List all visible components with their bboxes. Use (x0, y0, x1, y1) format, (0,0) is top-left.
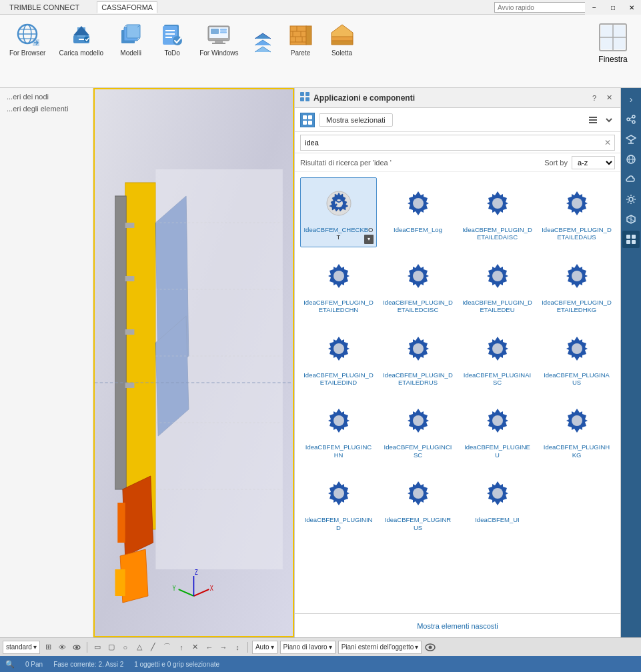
ribbon-modelli[interactable]: Modelli (113, 17, 149, 60)
arrow-up-icon[interactable]: ↑ (175, 641, 187, 653)
sidebar-cloud-btn[interactable] (622, 171, 640, 188)
mostra-selezionati-btn[interactable]: Mostra selezionati (319, 113, 393, 127)
svg-rect-31 (306, 26, 311, 45)
eye-icon[interactable]: 👁 (57, 641, 69, 653)
grid-item-7[interactable]: IdeaCBFEM_PLUGIN_DETAILEDHKG (538, 250, 615, 320)
rect-icon[interactable]: ▭ (91, 641, 103, 653)
piani-dropdown[interactable]: Piani esterni dell'oggetto ▾ (338, 641, 422, 654)
wall-icon (287, 20, 315, 48)
menu-cassaforma[interactable]: CASSAFORMA (97, 1, 157, 13)
grid-item-14[interactable]: IdeaCBFEM_PLUGINEU (459, 395, 536, 465)
minimize-button[interactable]: − (585, 0, 604, 15)
grid-item-15[interactable]: IdeaCBFEM_PLUGINHKG (538, 395, 615, 465)
grid-item-8[interactable]: IdeaCBFEM_PLUGIN_DETAILEDIND (300, 323, 377, 393)
grid-item-18[interactable]: IdeaCBFEM_UI (459, 467, 536, 537)
grid-view-toggle[interactable] (300, 113, 315, 127)
svg-rect-98 (303, 121, 307, 125)
svg-rect-97 (308, 115, 312, 119)
sidebar-apps-btn[interactable] (622, 231, 640, 248)
menu-bar: TRIMBLE CONNECT CASSAFORMA 🔍 − □ ✕ (0, 0, 641, 15)
grid-item-10[interactable]: IdeaCBFEM_PLUGINAISC (459, 323, 536, 393)
svg-point-125 (75, 646, 78, 649)
triangle-icon[interactable]: △ (133, 641, 145, 653)
auto-dropdown[interactable]: Auto ▾ (252, 641, 277, 654)
sidebar-item-elementi[interactable]: ...eri degli elementi (0, 103, 93, 115)
close-button[interactable]: ✕ (622, 0, 641, 15)
arrows-icon[interactable]: ↕ (231, 641, 243, 653)
grid-item-12[interactable]: IdeaCBFEM_PLUGINCHN (300, 395, 377, 465)
grid-item-6[interactable]: IdeaCBFEM_PLUGIN_DETAILEDEU (459, 250, 536, 320)
todo-icon (158, 20, 186, 48)
sidebar-item-nodi[interactable]: ...eri dei nodi (0, 91, 93, 103)
item-icon-4 (319, 256, 359, 296)
item-label-13: IdeaCBFEM_PLUGINCISC (383, 443, 453, 459)
search-input[interactable] (300, 135, 615, 151)
svg-marker-56 (123, 476, 153, 556)
grid-item-11[interactable]: IdeaCBFEM_PLUGINAUS (538, 323, 615, 393)
ribbon-finestra[interactable]: Finestra (590, 17, 636, 67)
arrow-right-icon[interactable]: → (217, 641, 229, 653)
sidebar-cube-btn[interactable] (622, 211, 640, 228)
panel-controls: ? ✕ (588, 92, 615, 104)
ribbon-for-windows[interactable]: For Windows (195, 17, 242, 60)
sort-select[interactable]: a-z z-a newest oldest (572, 156, 615, 169)
collapse-panel-btn[interactable] (603, 114, 615, 126)
sidebar-graduate-btn[interactable] (622, 131, 640, 148)
quick-search-input[interactable] (498, 4, 588, 11)
list-view-btn[interactable] (587, 114, 599, 126)
search-clear-btn[interactable]: ✕ (604, 138, 611, 147)
svg-marker-78 (626, 135, 636, 141)
arrow-left-icon[interactable]: ← (203, 641, 215, 653)
sidebar-expand-btn[interactable]: › (622, 91, 640, 108)
grid-item-13[interactable]: IdeaCBFEM_PLUGINCISC (380, 395, 456, 465)
grid-item-17[interactable]: IdeaCBFEM_PLUGINRUS (380, 467, 456, 537)
ribbon-for-browser-label: For Browser (9, 49, 45, 57)
grid-status-icon[interactable]: ⊞ (43, 641, 55, 653)
rect2-icon[interactable]: ▢ (105, 641, 117, 653)
svg-point-121 (334, 488, 344, 499)
ribbon-carica-modello[interactable]: Carica modello (55, 17, 107, 60)
grid-item-2[interactable]: IdeaCBFEM_PLUGIN_DETAILEDAISC (459, 177, 536, 247)
line2-icon[interactable]: ⌒ (161, 641, 173, 653)
item-label-14: IdeaCBFEM_PLUGINEU (462, 443, 532, 459)
maximize-button[interactable]: □ (604, 0, 622, 15)
dropdown-arrow-0[interactable]: ▾ (364, 235, 374, 244)
ribbon-soletta[interactable]: Soletta (324, 17, 360, 60)
ribbon-parete[interactable]: Parete (283, 17, 319, 60)
piano-dropdown[interactable]: Piano di lavoro ▾ (280, 641, 336, 654)
svg-text:Z: Z (195, 569, 198, 576)
grid-item-16[interactable]: IdeaCBFEM_PLUGININD (300, 467, 377, 537)
grid-item-9[interactable]: IdeaCBFEM_PLUGIN_DETAILEDRUS (380, 323, 456, 393)
circle-icon[interactable]: ○ (119, 641, 131, 653)
ribbon-for-browser[interactable]: For Browser (5, 17, 49, 60)
x-mark-icon[interactable]: ✕ (189, 641, 201, 653)
ribbon-todo[interactable]: ToDo (154, 17, 190, 60)
status-eye3-icon[interactable] (424, 641, 436, 653)
grid-item-0[interactable]: IdeaCBFEM_CHECKBOT ▾ (300, 177, 377, 247)
item-label-2: IdeaCBFEM_PLUGIN_DETAILEDAISC (462, 226, 532, 241)
grid-item-3[interactable]: IdeaCBFEM_PLUGIN_DETAILEDAUS (538, 177, 615, 247)
panel-close-btn[interactable]: ✕ (603, 92, 615, 104)
line-icon[interactable]: ╱ (147, 641, 159, 653)
ribbon-modelli-label: Modelli (120, 49, 141, 57)
item-icon-0 (319, 183, 359, 223)
grid-item-1[interactable]: IdeaCBFEM_Log (380, 177, 456, 247)
grid-item-5[interactable]: IdeaCBFEM_PLUGIN_DETAILEDCISC (380, 250, 456, 320)
sidebar-globe-btn[interactable] (622, 151, 640, 168)
sidebar-connectivity-btn[interactable] (622, 111, 640, 128)
panel-help-btn[interactable]: ? (588, 92, 600, 104)
panel-results-info: Risultati di ricerca per 'idea ' Sort by… (295, 153, 620, 172)
upload-icon (67, 20, 95, 48)
results-count-text: Risultati di ricerca per 'idea ' (300, 159, 392, 167)
svg-rect-90 (626, 240, 630, 244)
item-icon-9 (398, 329, 438, 369)
svg-rect-29 (220, 31, 227, 33)
svg-rect-51 (115, 196, 126, 489)
mostra-nascosti-link[interactable]: Mostra elementi nascosti (417, 622, 498, 630)
view-standard-dropdown[interactable]: standard ▾ (3, 641, 40, 654)
grid-item-4[interactable]: IdeaCBFEM_PLUGIN_DETAILEDCHN (300, 250, 377, 320)
sidebar-settings-btn[interactable] (622, 191, 640, 208)
item-icon-5 (398, 256, 438, 296)
menu-trimble-connect[interactable]: TRIMBLE CONNECT (5, 2, 83, 13)
eye2-icon[interactable] (71, 641, 83, 653)
